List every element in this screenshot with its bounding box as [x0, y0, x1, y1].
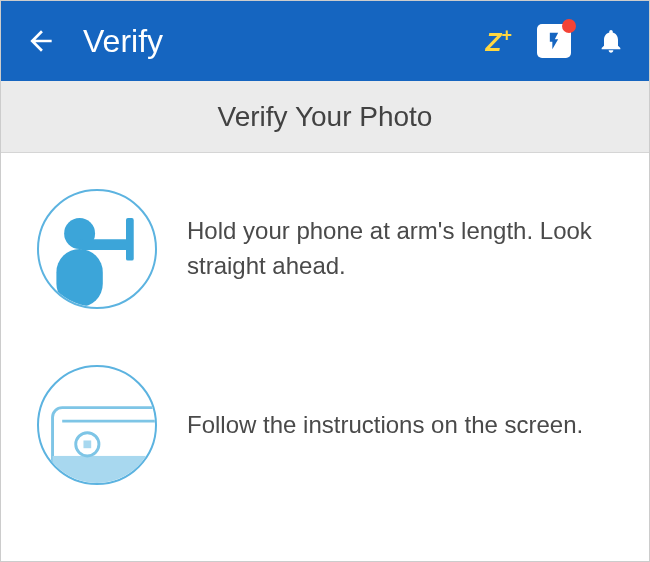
notification-dot-icon: [562, 19, 576, 33]
step-item: Follow the instructions on the screen.: [37, 365, 613, 485]
back-button[interactable]: [25, 25, 57, 57]
camera-screen-icon: [37, 365, 157, 485]
svg-rect-3: [126, 218, 134, 261]
svg-rect-6: [53, 456, 155, 485]
step-item: Hold your phone at arm's length. Look st…: [37, 189, 613, 309]
app-header: Verify Z+: [1, 1, 649, 81]
z-plus-suffix: +: [501, 25, 511, 45]
flash-icon: [544, 28, 564, 54]
notifications-button[interactable]: [597, 27, 625, 55]
step-text: Follow the instructions on the screen.: [187, 408, 583, 443]
svg-rect-8: [83, 440, 91, 448]
svg-rect-2: [78, 239, 132, 250]
z-plus-label: Z: [486, 26, 501, 56]
bell-icon: [597, 27, 625, 55]
content-area: Hold your phone at arm's length. Look st…: [1, 153, 649, 562]
header-actions: Z+: [486, 24, 625, 58]
back-arrow-icon: [25, 25, 57, 57]
step-text: Hold your phone at arm's length. Look st…: [187, 214, 613, 284]
selfie-pose-icon: [37, 189, 157, 309]
subheader-title: Verify Your Photo: [218, 101, 433, 133]
page-title: Verify: [83, 23, 466, 60]
flash-button[interactable]: [537, 24, 571, 58]
z-plus-button[interactable]: Z+: [486, 25, 511, 58]
subheader: Verify Your Photo: [1, 81, 649, 153]
svg-rect-1: [56, 249, 102, 307]
